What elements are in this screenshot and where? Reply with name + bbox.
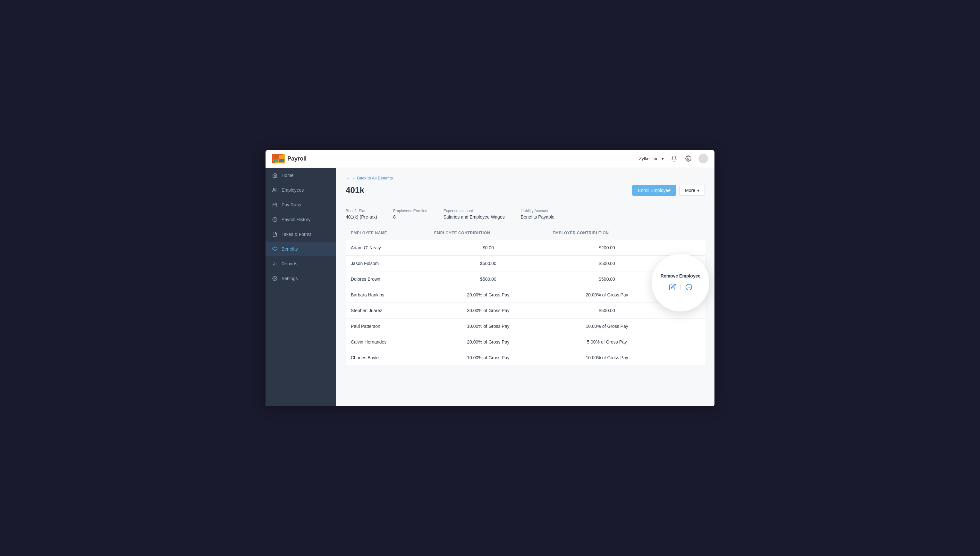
back-link[interactable]: ← ← Back to All Benefits [346, 176, 705, 180]
pay-runs-icon [272, 202, 278, 208]
user-avatar[interactable] [698, 154, 708, 163]
benefit-plan-value: 401(k) (Pre-tax) [346, 214, 377, 220]
dropdown-arrow: ▾ [662, 156, 664, 161]
cell-employee-contribution: 10.00% of Gross Pay [429, 350, 548, 365]
sidebar-item-employees[interactable]: Employees [266, 183, 336, 197]
svg-rect-0 [273, 155, 278, 158]
back-link-text: ← Back to All Benefits [352, 176, 393, 180]
cell-employee-name: Jason Folsom [346, 255, 429, 271]
more-button-label: More [685, 188, 695, 193]
cell-employee-contribution: 20.00% of Gross Pay [429, 334, 548, 350]
cell-employee-contribution: 20.00% of Gross Pay [429, 287, 548, 302]
svg-point-5 [273, 188, 275, 190]
svg-rect-1 [279, 155, 284, 158]
liability-label: Liability Account [521, 208, 554, 213]
zoho-logo [272, 154, 285, 163]
cell-employee-name: Charles Boyle [346, 350, 429, 365]
page-title: 401k [346, 185, 364, 195]
cell-employer-contribution: 10.00% of Gross Pay [548, 350, 666, 365]
cell-employee-name: Stephen Juarez [346, 302, 429, 318]
table-row: Adam O' Nealy$0.00$200.00 [346, 240, 705, 255]
page-header: 401k Enroll Employee More ▾ [346, 185, 705, 196]
cell-actions [666, 240, 705, 255]
top-bar: Payroll Zylker Inc. ▾ [266, 150, 714, 168]
cell-employer-contribution: $500.00 [548, 271, 666, 287]
benefits-icon [272, 246, 278, 252]
sidebar-item-label: Home [282, 173, 293, 178]
cell-employee-contribution: $500.00 [429, 255, 548, 271]
svg-rect-6 [273, 203, 277, 207]
sidebar-item-label: Employees [282, 187, 304, 192]
cell-employer-contribution: $200.00 [548, 240, 666, 255]
col-employee-contribution: EMPLOYEE CONTRIBUTION [429, 226, 548, 240]
cell-employer-contribution: 20.00% of Gross Pay [548, 287, 666, 302]
main-layout: Home Employees [266, 168, 714, 406]
notifications-icon[interactable] [670, 155, 678, 162]
sidebar-item-reports[interactable]: Reports [266, 256, 336, 271]
cell-actions [666, 334, 705, 350]
settings-icon [272, 276, 278, 281]
info-bar: Benefit Plan 401(k) (Pre-tax) Employees … [346, 204, 705, 226]
cell-employee-name: Adam O' Nealy [346, 240, 429, 255]
table-row: Dolores Brown$500.00$500.00 [346, 271, 705, 287]
table-row: Stephen Juarez30.00% of Gross Pay$500.00 [346, 302, 705, 318]
sidebar-item-payroll-history[interactable]: Payroll History [266, 212, 336, 227]
sidebar-item-benefits[interactable]: Benefits [266, 242, 336, 256]
cell-employee-name: Calvin Hernandes [346, 334, 429, 350]
expense-value: Salaries and Employee Wages [444, 214, 505, 220]
product-name: Payroll [287, 155, 306, 162]
cell-employer-contribution: 5.00% of Gross Pay [548, 334, 666, 350]
cell-employee-name: Dolores Brown [346, 271, 429, 287]
sidebar-item-label: Settings [282, 276, 298, 281]
svg-point-4 [688, 158, 689, 160]
table-header-row: EMPLOYEE NAME EMPLOYEE CONTRIBUTION EMPL… [346, 226, 705, 240]
sidebar-item-label: Benefits [282, 246, 298, 252]
enroll-employee-button[interactable]: Enroll Employee [632, 185, 676, 196]
enrolled-value: 8 [393, 214, 428, 220]
sidebar-item-label: Reports [282, 261, 297, 266]
action-divider [680, 284, 681, 290]
sidebar-item-taxes-forms[interactable]: Taxes & Forms [266, 227, 336, 242]
tooltip-actions [667, 282, 693, 292]
enrolled-label: Employees Enrolled [393, 208, 428, 213]
cell-actions [666, 318, 705, 334]
home-icon [272, 172, 278, 178]
liability-info: Liability Account Benefits Payable [521, 208, 554, 220]
sidebar-item-home[interactable]: Home [266, 168, 336, 183]
cell-employee-name: Paul Patterson [346, 318, 429, 334]
settings-top-icon[interactable] [684, 155, 692, 162]
sidebar-item-pay-runs[interactable]: Pay Runs [266, 197, 336, 212]
employees-icon [272, 187, 278, 193]
taxes-forms-icon [272, 231, 278, 237]
table-row: Jason Folsom$500.00$500.00 [346, 255, 705, 271]
sidebar-item-label: Pay Runs [282, 202, 301, 207]
benefit-plan-info: Benefit Plan 401(k) (Pre-tax) [346, 208, 377, 220]
cell-employee-contribution: 30.00% of Gross Pay [429, 302, 548, 318]
benefit-plan-label: Benefit Plan [346, 208, 377, 213]
cell-employee-name: Barbara Hankins [346, 287, 429, 302]
content-area: ← ← Back to All Benefits 401k Enroll Emp… [336, 168, 714, 406]
enrolled-info: Employees Enrolled 8 [393, 208, 428, 220]
payroll-history-icon [272, 217, 278, 222]
sidebar: Home Employees [266, 168, 336, 406]
edit-employee-icon[interactable] [667, 282, 677, 292]
expense-label: Expense account [444, 208, 505, 213]
col-employer-contribution: EMPLOYER CONTRIBUTION [548, 226, 666, 240]
sidebar-item-label: Taxes & Forms [282, 232, 311, 237]
cell-employee-contribution: 10.00% of Gross Pay [429, 318, 548, 334]
svg-point-14 [274, 278, 275, 279]
cell-employer-contribution: 10.00% of Gross Pay [548, 318, 666, 334]
svg-rect-3 [279, 159, 284, 162]
table-row: Calvin Hernandes20.00% of Gross Pay5.00%… [346, 334, 705, 350]
sidebar-item-settings[interactable]: Settings [266, 271, 336, 286]
logo-area: Payroll [272, 154, 306, 163]
company-selector[interactable]: Zylker Inc. ▾ [639, 156, 664, 161]
more-button[interactable]: More ▾ [680, 185, 705, 196]
table-row: Paul Patterson10.00% of Gross Pay10.00% … [346, 318, 705, 334]
liability-value: Benefits Payable [521, 214, 554, 220]
table-row: Barbara Hankins20.00% of Gross Pay20.00%… [346, 287, 705, 302]
col-employee-name: EMPLOYEE NAME [346, 226, 429, 240]
cell-actions [666, 350, 705, 365]
remove-employee-icon[interactable] [684, 282, 693, 292]
tooltip-label: Remove Employee [661, 273, 701, 278]
